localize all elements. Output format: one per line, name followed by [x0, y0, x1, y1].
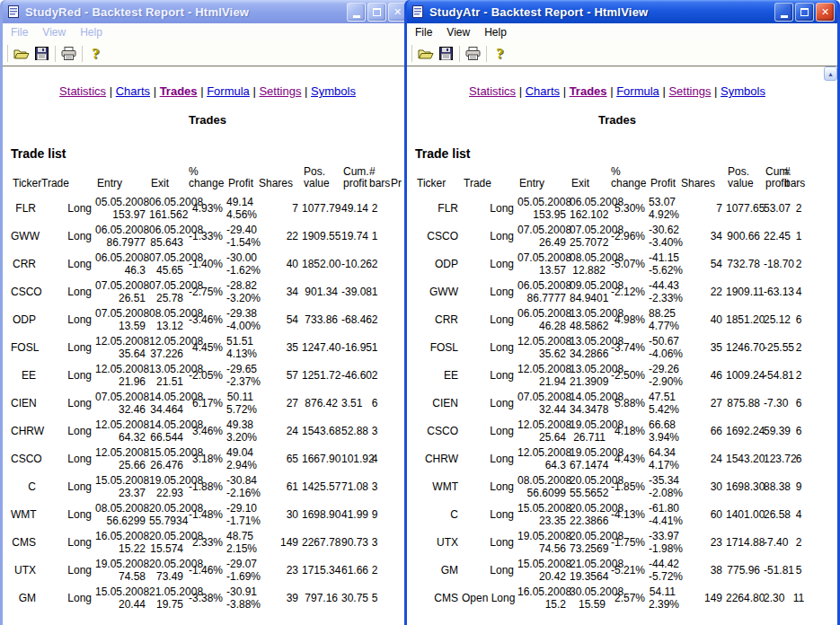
close-button[interactable]: ✕: [816, 3, 835, 22]
window-title: StudyRed - Backtest Report - HtmlView: [25, 5, 342, 19]
cell-profit: -30.91-3.88%: [226, 584, 257, 612]
column-header: % change: [609, 166, 649, 194]
minimize-button[interactable]: [347, 3, 366, 22]
nav-link[interactable]: Charts: [526, 84, 560, 98]
nav-link[interactable]: Statistics: [469, 84, 516, 98]
nav-item: Charts: [106, 84, 150, 98]
cell-ticker: GM: [11, 584, 40, 612]
cell-shares: 149: [257, 528, 302, 556]
toolbar: ?: [3, 41, 410, 66]
cell-pos-value: 900.66: [726, 222, 764, 250]
nav-link[interactable]: Trades: [160, 84, 198, 98]
print-icon: [465, 47, 481, 60]
cell-shares: 39: [257, 584, 302, 612]
cell-pos-value: 775.96: [726, 556, 764, 584]
cell-shares: 7: [679, 194, 726, 222]
cell-ticker: GM: [415, 556, 462, 584]
cell-cum-profit: -7.40: [764, 528, 783, 556]
scroll-up-button[interactable]: ▲: [824, 66, 837, 81]
cell-ticker: CIEN: [415, 389, 462, 417]
nav-link[interactable]: Statistics: [59, 84, 106, 98]
cell-ticker: C: [11, 472, 40, 500]
open-button[interactable]: [11, 44, 31, 64]
nav-link[interactable]: Settings: [668, 84, 711, 98]
table-row: GWW Long 06.05.200886.7977 06.05.200885.…: [11, 222, 410, 250]
table-row: FLR Long 05.05.2008153.95 06.05.2008162.…: [415, 194, 818, 222]
cell-trade: Long: [462, 222, 517, 250]
nav-link[interactable]: Formula: [616, 84, 659, 98]
title-bar[interactable]: StudyRed - Backtest Report - HtmlView ✕: [3, 0, 410, 23]
window-studyatr[interactable]: StudyAtr - Backtest Report - HtmlView ✕ …: [404, 0, 840, 625]
cell-pos-value: 1077.65: [726, 194, 764, 222]
toolbar-gripper[interactable]: [5, 45, 8, 62]
cell-trade: Long: [40, 361, 95, 389]
cell-entry: 15.05.200820.44: [95, 584, 149, 612]
cell-ticker: CIEN: [11, 389, 40, 417]
cell-entry: 15.05.200820.42: [517, 556, 570, 584]
nav-link[interactable]: Symbols: [721, 84, 765, 98]
nav-link[interactable]: Formula: [207, 84, 250, 98]
cell-cum-profit: 41.99: [341, 500, 364, 528]
vertical-scrollbar[interactable]: ▲: [824, 66, 837, 625]
cell-shares: 24: [679, 445, 726, 472]
help-button[interactable]: ?: [490, 44, 510, 64]
column-header: Pos. value: [726, 166, 764, 194]
nav-link[interactable]: Trades: [570, 84, 607, 98]
nav-link[interactable]: Symbols: [311, 84, 356, 98]
menu-item[interactable]: File: [4, 24, 35, 40]
minimize-button[interactable]: [774, 3, 793, 22]
maximize-button[interactable]: [795, 3, 814, 22]
cell-pos-value: 1667.90: [302, 445, 341, 472]
cell-entry: 15.05.200823.37: [95, 472, 149, 500]
window-studyred[interactable]: StudyRed - Backtest Report - HtmlView ✕ …: [0, 0, 412, 625]
cell-entry: 12.05.200821.96: [95, 361, 149, 389]
toolbar-gripper[interactable]: [410, 45, 412, 62]
cell-pos-value: 875.88: [726, 389, 764, 417]
table-row: CHRW Long 12.05.200864.3 19.05.200867.14…: [415, 445, 818, 472]
cell-entry: 08.05.200856.6099: [517, 472, 570, 500]
maximize-icon: [800, 8, 809, 16]
cell-exit: 30.05.200815.59: [570, 584, 609, 612]
nav-item: Trades: [150, 84, 198, 98]
help-button[interactable]: ?: [85, 44, 106, 64]
menu-item[interactable]: File: [408, 24, 439, 40]
cell-exit: 21.05.200819.3564: [570, 556, 609, 584]
cell-pos-value: 1077.79: [302, 194, 341, 222]
cell-entry: 06.05.200886.7977: [95, 222, 149, 250]
menu-item[interactable]: View: [439, 24, 477, 40]
report-nav: StatisticsChartsTradesFormulaSettingsSym…: [7, 84, 408, 98]
cell-ticker: EE: [415, 361, 462, 389]
cell-cum-profit: 101.92: [341, 445, 364, 472]
cell-shares: 7: [257, 194, 302, 222]
cell-shares: 23: [257, 556, 302, 584]
cell-ticker: ODP: [11, 305, 40, 333]
toolbar: ?: [407, 41, 837, 66]
print-button[interactable]: [58, 44, 79, 64]
cell-entry: 05.05.2008153.95: [517, 194, 570, 222]
title-bar[interactable]: StudyAtr - Backtest Report - HtmlView ✕: [407, 0, 837, 23]
cell-cum-profit: 123.72: [764, 445, 783, 472]
save-button[interactable]: [31, 44, 52, 64]
open-button[interactable]: [415, 44, 436, 64]
save-button[interactable]: [436, 44, 456, 64]
menu-item[interactable]: View: [35, 24, 73, 40]
cell-trade: Long: [40, 556, 95, 584]
cell-ticker: CMS: [11, 528, 40, 556]
cell-exit: 20.05.200873.2569: [570, 528, 609, 556]
table-row: CHRW Long 12.05.200864.32 14.05.200866.5…: [11, 417, 410, 445]
cell-pos-value: 1009.24: [726, 361, 764, 389]
nav-link[interactable]: Charts: [116, 84, 150, 98]
cell-profit: 54.112.39%: [649, 584, 679, 612]
table-row: GM Long 15.05.200820.42 21.05.200819.356…: [415, 556, 818, 584]
print-button[interactable]: [463, 44, 483, 64]
help-icon: ?: [496, 46, 504, 61]
menu-item[interactable]: Help: [477, 24, 514, 40]
cell-ticker: CHRW: [415, 445, 462, 472]
cell-trade: Long: [462, 333, 517, 361]
cell-cum-profit: 61.66: [341, 556, 364, 584]
maximize-button[interactable]: [367, 3, 386, 22]
nav-link[interactable]: Settings: [259, 84, 301, 98]
menu-item[interactable]: Help: [73, 24, 110, 40]
cell-entry: 12.05.200825.66: [95, 445, 149, 472]
toolbar-separator: [486, 46, 487, 62]
